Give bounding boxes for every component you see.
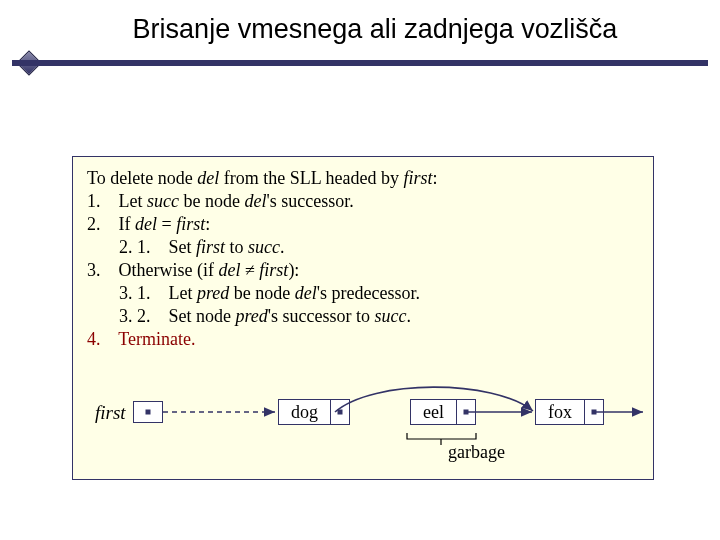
algo-var-first: first <box>196 237 225 257</box>
algo-var-first: first <box>259 260 288 280</box>
algo-text: 2. 1. Set <box>119 237 196 257</box>
algo-text: 's successor. <box>266 191 353 211</box>
algo-var-first: first <box>403 168 432 188</box>
algo-text: from the SLL headed by <box>219 168 403 188</box>
algo-text: be node <box>229 283 294 303</box>
algo-text: be node <box>179 191 244 211</box>
slide-title: Brisanje vmesnega ali zadnjega vozlišča <box>70 14 680 45</box>
algo-var-first: first <box>176 214 205 234</box>
algo-text: 3. 1. Let <box>119 283 197 303</box>
algo-text: = <box>157 214 176 234</box>
algo-var-pred: pred <box>236 306 268 326</box>
algo-text: 3. 2. Set node <box>119 306 236 326</box>
algo-text: : <box>433 168 438 188</box>
algo-var-pred: pred <box>197 283 229 303</box>
algo-text: To delete node <box>87 168 197 188</box>
algo-var-del: del <box>295 283 317 303</box>
algo-var-del: del <box>197 168 219 188</box>
algo-var-succ: succ <box>248 237 280 257</box>
title-divider <box>12 60 708 66</box>
algo-text: 1. Let <box>87 191 147 211</box>
algo-terminate: 4. Terminate. <box>87 328 639 351</box>
algorithm-box: To delete node del from the SLL headed b… <box>72 156 654 480</box>
algo-var-succ: succ <box>375 306 407 326</box>
algo-var-del: del <box>218 260 240 280</box>
algo-text: 2. If <box>87 214 135 234</box>
algo-text: 's predecessor. <box>317 283 420 303</box>
algo-var-succ: succ <box>147 191 179 211</box>
algo-text: . <box>407 306 412 326</box>
algo-text: ): <box>288 260 299 280</box>
algo-text: ≠ <box>240 260 259 280</box>
algo-text: 3. Otherwise (if <box>87 260 218 280</box>
algo-var-del: del <box>135 214 157 234</box>
algorithm-text: To delete node del from the SLL headed b… <box>87 167 639 351</box>
algo-var-del: del <box>244 191 266 211</box>
algo-text: . <box>280 237 285 257</box>
algo-text: : <box>205 214 210 234</box>
arrows-svg <box>73 371 655 475</box>
algo-text: 's successor to <box>268 306 375 326</box>
linked-list-diagram: first dog eel fox garbage <box>73 371 653 475</box>
algo-text: to <box>225 237 248 257</box>
